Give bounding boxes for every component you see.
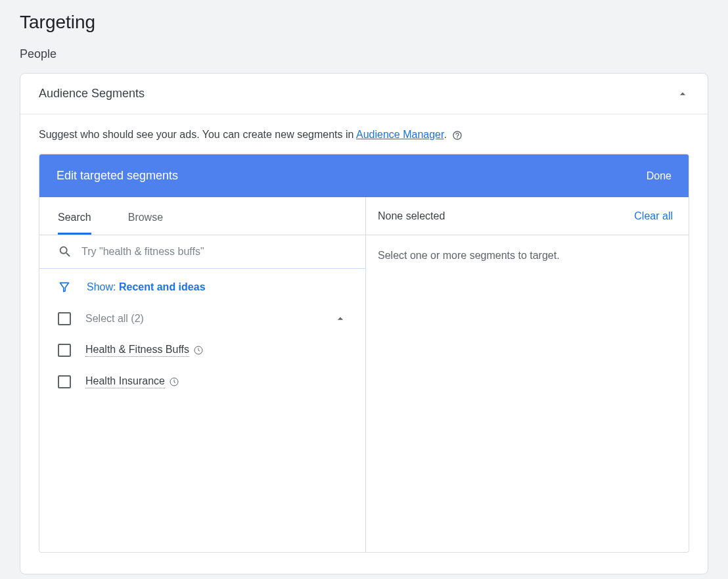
select-all-label: Select all (2)	[85, 313, 144, 325]
right-hint: Select one or more segments to target.	[366, 235, 689, 276]
card-title: Audience Segments	[39, 87, 145, 101]
item-label: Health Insurance	[85, 375, 165, 388]
chevron-up-icon[interactable]	[334, 312, 347, 325]
card-header[interactable]: Audience Segments	[20, 74, 708, 114]
filter-row[interactable]: Show: Recent and ideas	[39, 269, 365, 303]
editor-header: Edit targeted segments Done	[39, 154, 689, 197]
select-all-checkbox[interactable]	[58, 312, 71, 325]
filter-value: Recent and ideas	[119, 281, 206, 292]
card-body: Suggest who should see your ads. You can…	[20, 114, 708, 574]
segment-editor: Edit targeted segments Done Search Brows…	[39, 154, 689, 553]
editor-body: Search Browse Show: Recent and ideas	[39, 197, 689, 552]
tab-search[interactable]: Search	[58, 201, 91, 235]
item-checkbox[interactable]	[58, 375, 71, 388]
clock-icon	[193, 345, 204, 356]
item-label: Health & Fitness Buffs	[85, 344, 189, 357]
filter-show-label: Show: Recent and ideas	[87, 281, 206, 293]
audience-manager-link[interactable]: Audience Manager	[356, 129, 444, 140]
chevron-up-icon	[676, 87, 689, 101]
tabs-row: Search Browse	[39, 197, 365, 235]
done-button[interactable]: Done	[647, 170, 671, 182]
list-item[interactable]: Health & Fitness Buffs	[39, 335, 365, 366]
search-row	[39, 235, 365, 269]
clear-all-button[interactable]: Clear all	[634, 210, 673, 222]
list-item[interactable]: Health Insurance	[39, 366, 365, 398]
description-text: Suggest who should see your ads. You can…	[39, 129, 356, 140]
description-suffix: .	[444, 129, 446, 140]
none-selected-label: None selected	[378, 210, 445, 222]
item-checkbox[interactable]	[58, 344, 71, 357]
help-icon[interactable]	[452, 130, 463, 141]
clock-icon	[169, 377, 179, 387]
select-all-row[interactable]: Select all (2)	[39, 303, 365, 335]
search-input[interactable]	[81, 246, 347, 258]
card-description: Suggest who should see your ads. You can…	[39, 129, 689, 141]
right-panel: None selected Clear all Select one or mo…	[366, 197, 689, 552]
page-title: Targeting	[20, 12, 708, 33]
tab-browse[interactable]: Browse	[128, 201, 163, 235]
search-icon	[58, 244, 72, 259]
audience-segments-card: Audience Segments Suggest who should see…	[20, 73, 708, 574]
section-people-label: People	[20, 47, 708, 61]
filter-icon	[58, 281, 71, 294]
editor-title: Edit targeted segments	[57, 169, 178, 183]
right-header: None selected Clear all	[366, 197, 689, 235]
left-panel: Search Browse Show: Recent and ideas	[39, 197, 366, 552]
